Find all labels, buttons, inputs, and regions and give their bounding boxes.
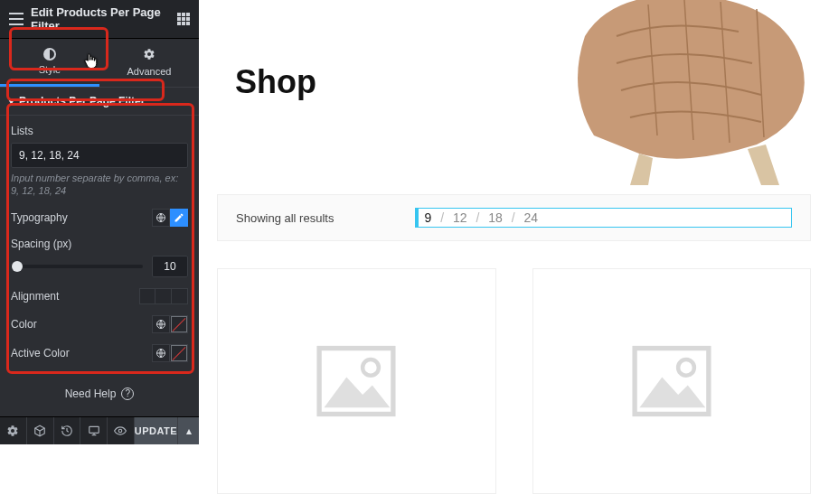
color-global-icon[interactable] [152,315,170,333]
panel-header-title: Edit Products Per Page Filter [31,5,177,33]
tab-bar: Style Advanced [0,39,199,87]
svg-rect-3 [89,426,99,433]
hero-chair-image [531,0,829,190]
gear-icon [99,48,199,62]
color-label: Color [11,318,37,331]
alignment-label: Alignment [11,290,59,303]
typography-global-icon[interactable] [152,209,170,227]
tab-style[interactable]: Style [0,39,99,87]
need-help-label: Need Help [65,387,117,400]
no-color-icon [171,316,187,332]
update-button[interactable]: UPDATE [135,417,177,444]
results-text: Showing all results [236,211,334,225]
svg-point-4 [119,429,123,433]
products-per-page-widget[interactable]: 9 / 12 / 18 / 24 [415,208,792,228]
color-swatch[interactable] [170,315,188,333]
align-left-button[interactable] [139,288,155,304]
tab-style-label: Style [39,64,61,75]
lists-label: Lists [11,125,188,137]
svg-point-6 [363,359,379,376]
product-card[interactable] [217,268,496,494]
ppp-option-9[interactable]: 9 [424,210,431,225]
update-more-button[interactable]: ▴ [177,417,199,444]
history-icon[interactable] [54,417,81,444]
spacing-slider-thumb[interactable] [12,261,23,272]
typography-edit-icon[interactable] [170,209,188,227]
placeholder-image-icon [631,345,712,417]
style-icon [43,48,56,61]
lists-input[interactable] [11,143,188,168]
active-color-swatch[interactable] [170,344,188,362]
caret-down-icon: ▾ [9,97,14,107]
align-center-button[interactable] [155,288,172,304]
active-color-global-icon[interactable] [152,344,170,362]
product-card[interactable] [532,268,812,494]
widgets-grid-icon[interactable] [177,13,190,25]
tab-advanced-label: Advanced [127,66,172,77]
section-title-label: Products Per Page Filter [19,95,145,107]
ppp-separator: / [512,210,515,225]
menu-icon[interactable] [9,13,24,25]
need-help-link[interactable]: Need Help ? [0,375,199,416]
spacing-value-input[interactable] [152,256,188,277]
typography-label: Typography [11,211,68,224]
page-title: Shop [235,63,316,101]
section-products-per-page-filter[interactable]: ▾ Products Per Page Filter [0,87,199,116]
ppp-option-18[interactable]: 18 [488,210,503,225]
ppp-option-24[interactable]: 24 [523,210,538,225]
align-right-button[interactable] [172,288,188,304]
placeholder-image-icon [316,345,397,417]
tab-advanced[interactable]: Advanced [99,39,199,87]
navigator-icon[interactable] [27,417,54,444]
help-icon: ? [121,387,134,400]
settings-icon[interactable] [0,417,27,444]
spacing-slider[interactable] [11,265,143,268]
active-color-label: Active Color [11,347,70,359]
ppp-separator: / [476,210,479,225]
preview-icon[interactable] [108,417,135,444]
ppp-option-12[interactable]: 12 [453,210,467,225]
responsive-icon[interactable] [80,417,108,444]
spacing-label: Spacing (px) [11,238,188,250]
svg-point-8 [678,359,694,376]
lists-hint: Input number separate by comma, ex: 9, 1… [11,172,188,198]
alignment-options [139,288,188,304]
no-color-icon [171,345,187,361]
ppp-separator: / [440,210,444,225]
